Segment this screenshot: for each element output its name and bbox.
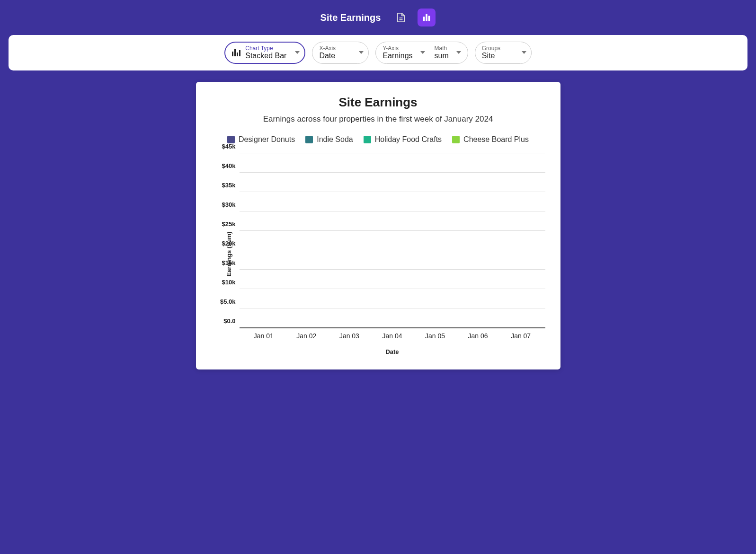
gridline [240, 230, 545, 231]
chart-view-button[interactable] [418, 9, 436, 26]
selector-value: Date [319, 52, 336, 60]
gridline [240, 327, 545, 328]
x-tick-label: Jan 05 [417, 332, 453, 340]
controls-bar: Chart Type Stacked Bar X-Axis Date Y-Axi… [9, 35, 747, 70]
selector-value: Site [482, 52, 500, 60]
y-tick-label: $45k [222, 142, 236, 149]
gridline [240, 289, 545, 289]
y-tick-label: $10k [222, 278, 236, 285]
legend-item[interactable]: Holiday Food Crafts [364, 135, 442, 144]
selector-label: Chart Type [245, 45, 286, 52]
bars-container [240, 153, 545, 328]
y-axis-field[interactable]: Y-Axis Earnings [382, 45, 425, 60]
page-title: Site Earnings [320, 12, 381, 23]
legend-item[interactable]: Indie Soda [305, 135, 353, 144]
gridline [240, 308, 545, 308]
y-tick-label: $5.0k [220, 298, 236, 305]
selector-value: Earnings [382, 52, 412, 60]
y-tick-label: $20k [222, 239, 236, 246]
y-tick-label: $0.0 [223, 317, 235, 324]
stacked-bar-icon [232, 49, 240, 56]
selector-label: Y-Axis [382, 45, 412, 52]
svg-rect-4 [428, 16, 430, 21]
legend-swatch [305, 136, 313, 143]
chevron-down-icon [295, 51, 300, 54]
svg-rect-2 [423, 17, 425, 21]
legend-label: Designer Donuts [239, 135, 295, 144]
chevron-down-icon [420, 51, 425, 54]
gridline [240, 192, 545, 192]
x-tick-label: Jan 03 [331, 332, 367, 340]
legend-swatch [452, 136, 460, 143]
chevron-down-icon [522, 51, 526, 54]
x-tick-label: Jan 01 [246, 332, 282, 340]
y-tick-label: $40k [222, 162, 236, 169]
legend-item[interactable]: Cheese Board Plus [452, 135, 529, 144]
gridline [240, 153, 545, 153]
selector-label: X-Axis [319, 45, 336, 52]
y-axis-label: Earnings (sum) [225, 232, 232, 277]
gridline [240, 211, 545, 211]
chart-card: Site Earnings Earnings across four prope… [196, 82, 560, 369]
plot-area: Earnings (sum) $0.0$5.0k$10k$15k$20k$25k… [206, 153, 550, 355]
x-tick-label: Jan 02 [288, 332, 324, 340]
bar-chart-icon [421, 12, 432, 23]
legend-swatch [364, 136, 371, 143]
legend-item[interactable]: Designer Donuts [227, 135, 295, 144]
x-axis-label: Date [240, 348, 545, 355]
groups-selector[interactable]: Groups Site [475, 42, 532, 64]
y-tick-label: $35k [222, 181, 236, 188]
chevron-down-icon [456, 51, 461, 54]
y-axis-selector[interactable]: Y-Axis Earnings Math sum [375, 42, 468, 64]
selector-label: Groups [482, 45, 500, 52]
selector-value: Stacked Bar [245, 52, 286, 60]
document-view-button[interactable] [392, 9, 410, 26]
x-tick-label: Jan 06 [460, 332, 496, 340]
legend: Designer DonutsIndie SodaHoliday Food Cr… [206, 135, 550, 144]
x-tick-label: Jan 07 [503, 332, 539, 340]
legend-label: Indie Soda [317, 135, 353, 144]
chart-type-selector[interactable]: Chart Type Stacked Bar [224, 42, 305, 64]
svg-rect-3 [426, 14, 428, 21]
legend-label: Holiday Food Crafts [375, 135, 442, 144]
selector-label: Math [435, 45, 449, 52]
selector-value: sum [435, 52, 449, 60]
view-mode-switch [392, 9, 436, 26]
chart-subtitle: Earnings across four properties in the f… [206, 114, 550, 124]
y-tick-label: $15k [222, 259, 236, 266]
y-axis-math[interactable]: Math sum [435, 45, 461, 60]
legend-label: Cheese Board Plus [463, 135, 529, 144]
gridline [240, 172, 545, 173]
x-axis-selector[interactable]: X-Axis Date [312, 42, 369, 64]
chart-title: Site Earnings [206, 95, 550, 110]
plot: $0.0$5.0k$10k$15k$20k$25k$30k$35k$40k$45… [240, 153, 545, 328]
header: Site Earnings [0, 0, 756, 35]
chevron-down-icon [359, 51, 364, 54]
y-tick-label: $30k [222, 201, 236, 208]
gridline [240, 269, 545, 270]
x-ticks: Jan 01Jan 02Jan 03Jan 04Jan 05Jan 06Jan … [240, 328, 545, 340]
y-tick-label: $25k [222, 220, 236, 227]
gridline [240, 250, 545, 250]
document-icon [396, 12, 406, 23]
x-tick-label: Jan 04 [374, 332, 410, 340]
